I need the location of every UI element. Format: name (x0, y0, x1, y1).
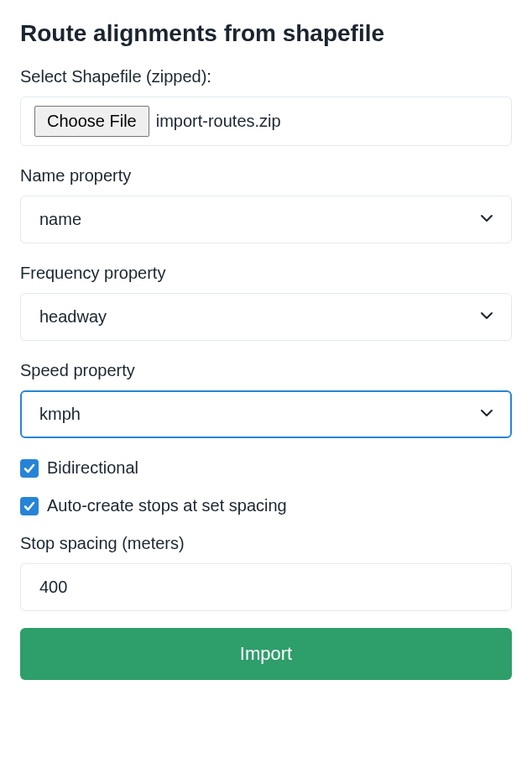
stop-spacing-label: Stop spacing (meters) (20, 534, 512, 553)
choose-file-button[interactable]: Choose File (34, 106, 149, 137)
speed-property-select-wrapper: kmph (20, 390, 512, 438)
auto-create-stops-checkbox[interactable] (20, 497, 39, 515)
auto-create-stops-row: Auto-create stops at set spacing (20, 496, 512, 515)
frequency-property-label: Frequency property (20, 264, 512, 283)
file-input-wrapper[interactable]: Choose File import-routes.zip (20, 97, 512, 146)
stop-spacing-input[interactable] (20, 563, 512, 611)
import-button[interactable]: Import (20, 628, 512, 680)
name-property-label: Name property (20, 166, 512, 186)
bidirectional-row: Bidirectional (20, 458, 512, 478)
frequency-property-group: Frequency property headway (20, 264, 512, 341)
bidirectional-checkbox[interactable] (20, 459, 39, 478)
frequency-property-select-wrapper: headway (20, 293, 512, 341)
frequency-property-select[interactable]: headway (20, 293, 512, 341)
file-field-group: Select Shapefile (zipped): Choose File i… (20, 67, 512, 146)
speed-property-group: Speed property kmph (20, 361, 512, 438)
file-label: Select Shapefile (zipped): (20, 67, 512, 86)
name-property-select[interactable]: name (20, 196, 512, 243)
page-title: Route alignments from shapefile (20, 20, 512, 47)
name-property-select-wrapper: name (20, 196, 512, 243)
bidirectional-label[interactable]: Bidirectional (47, 458, 138, 478)
name-property-group: Name property name (20, 166, 512, 243)
speed-property-select[interactable]: kmph (20, 390, 512, 438)
file-name: import-routes.zip (156, 112, 281, 131)
stop-spacing-group: Stop spacing (meters) (20, 534, 512, 611)
speed-property-label: Speed property (20, 361, 512, 380)
auto-create-stops-label[interactable]: Auto-create stops at set spacing (47, 496, 287, 515)
